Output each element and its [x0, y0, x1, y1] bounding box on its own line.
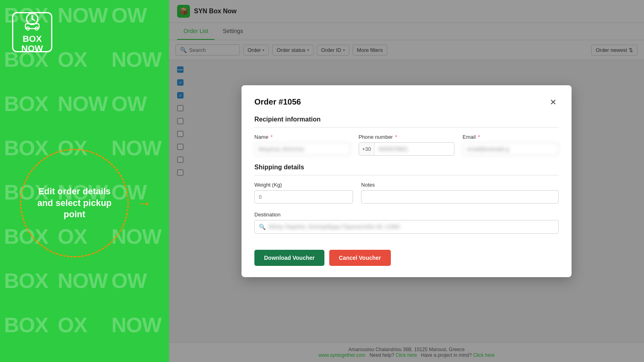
notes-field-group: Notes	[361, 182, 559, 204]
circle-annotation: Edit order details and select pickup poi…	[20, 149, 129, 257]
order-modal: Order #1056 ✕ Recipient information Name…	[242, 85, 572, 277]
required-indicator: *	[395, 134, 397, 140]
email-field-group: Email *	[462, 134, 559, 156]
shipping-section-title: Shipping details	[254, 164, 559, 175]
svg-line-2	[32, 19, 35, 21]
weight-label: Weight (Kg)	[254, 182, 353, 188]
logo-container: BOXNOW	[12, 12, 52, 52]
modal-actions: Download Voucher Cancel Voucher	[254, 243, 559, 266]
recipient-form-row: Name * Phone number * +30	[254, 134, 559, 156]
left-panel: BOXNOWOW BOXOXNOW BOXNOWOW BOXOXNOW BOXN…	[0, 0, 169, 362]
modal-header: Order #1056 ✕	[254, 97, 559, 108]
email-label: Email *	[462, 134, 559, 140]
destination-label: Destination	[254, 212, 559, 218]
download-voucher-button[interactable]: Download Voucher	[254, 250, 324, 266]
phone-input-wrapper: +30	[359, 142, 455, 156]
destination-field-group: Destination 🔍 Εθνής Παρκίλια, Σκαπαρδέρμ…	[254, 212, 559, 234]
phone-label: Phone number *	[359, 134, 455, 140]
logo-text: BOXNOW	[21, 34, 43, 53]
name-input[interactable]	[254, 142, 351, 156]
notes-input[interactable]	[361, 190, 559, 204]
search-icon: 🔍	[259, 224, 266, 230]
logo-box: BOXNOW	[12, 12, 52, 52]
destination-text: Εθνής Παρκίλια, Σκαπαρδέρμα Παρουσιούδιο…	[269, 224, 400, 230]
phone-field-group: Phone number * +30	[359, 134, 455, 156]
phone-input[interactable]	[375, 143, 454, 155]
cancel-voucher-button[interactable]: Cancel Voucher	[329, 250, 391, 266]
arrow-icon: →	[137, 195, 152, 212]
notes-label: Notes	[361, 182, 559, 188]
recipient-section-title: Recipient information	[254, 116, 559, 128]
weight-field-group: Weight (Kg)	[254, 182, 353, 204]
logo-icon	[22, 11, 42, 33]
annotation-text: Edit order details and select pickup poi…	[21, 178, 128, 228]
name-field-group: Name *	[254, 134, 351, 156]
right-panel: 📦 SYN Box Now Order List Settings 🔍 Orde…	[169, 0, 644, 362]
close-button[interactable]: ✕	[547, 97, 559, 108]
required-indicator: *	[270, 134, 272, 140]
modal-overlay[interactable]: Order #1056 ✕ Recipient information Name…	[169, 0, 644, 362]
shipping-section: Shipping details Weight (Kg) Notes D	[254, 164, 559, 234]
name-label: Name *	[254, 134, 351, 140]
required-indicator: *	[478, 134, 480, 140]
email-input[interactable]	[462, 142, 559, 156]
phone-prefix: +30	[359, 143, 375, 155]
destination-input-wrapper[interactable]: 🔍 Εθνής Παρκίλια, Σκαπαρδέρμα Παρουσιούδ…	[254, 220, 559, 234]
weight-input[interactable]	[254, 190, 353, 204]
modal-title: Order #1056	[254, 97, 301, 107]
recipient-section: Recipient information Name * Phone numbe…	[254, 116, 559, 156]
shipping-form-row: Weight (Kg) Notes	[254, 182, 559, 204]
